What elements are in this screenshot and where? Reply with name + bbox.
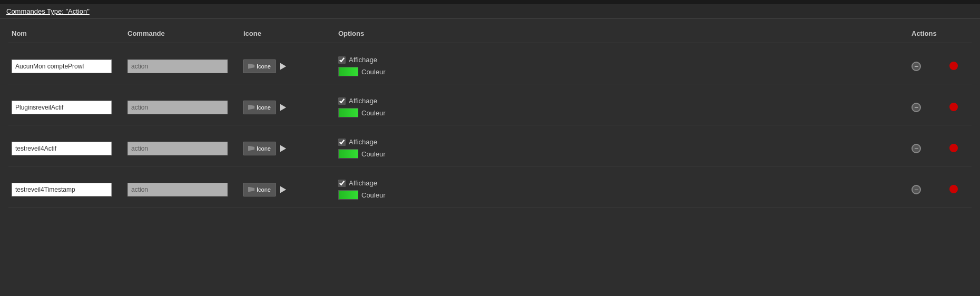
minus-button-2[interactable]: −: [912, 144, 921, 153]
actions-col-2: −: [908, 143, 972, 154]
page-title-bar: Commandes Type: "Action": [0, 4, 980, 19]
affichage-checkbox-3[interactable]: [338, 180, 346, 187]
header-icone: icone: [240, 27, 335, 40]
icon-label-1: Icone: [257, 104, 271, 111]
icon-button-2[interactable]: Icone: [243, 142, 276, 155]
couleur-label-0: Couleur: [361, 68, 386, 76]
affichage-row-1: Affichage: [338, 97, 386, 105]
options-col-1: Affichage Couleur: [335, 96, 908, 119]
color-box-2[interactable]: [338, 149, 358, 159]
header-commande: Commande: [124, 27, 240, 40]
name-input-3[interactable]: [12, 183, 112, 196]
color-box-0[interactable]: [338, 67, 358, 76]
command-input-3[interactable]: [128, 183, 228, 196]
delete-button-1[interactable]: [949, 103, 958, 111]
icon-col-2: Icone: [240, 141, 335, 156]
icon-label-3: Icone: [257, 186, 271, 193]
actions-col-3: −: [908, 184, 972, 195]
affichage-label-0: Affichage: [349, 56, 377, 64]
nom-col-0: [8, 58, 124, 74]
actions-col-0: −: [908, 61, 972, 72]
icon-button-3[interactable]: Icone: [243, 183, 276, 196]
affichage-checkbox-2[interactable]: [338, 139, 346, 146]
nom-col-3: [8, 182, 124, 198]
options-col-3: Affichage Couleur: [335, 178, 908, 201]
nom-col-1: [8, 100, 124, 115]
actions-wrapper-1: −: [912, 103, 968, 112]
delete-button-2[interactable]: [949, 144, 958, 152]
couleur-label-1: Couleur: [361, 109, 386, 117]
delete-button-0[interactable]: [949, 62, 958, 70]
name-input-0[interactable]: [12, 60, 112, 73]
icon-col-3: Icone: [240, 182, 335, 198]
flag-icon-3: [248, 187, 254, 192]
page-title-link[interactable]: Commandes Type: "Action": [6, 7, 90, 15]
table-row: Icone Affichage Couleur: [8, 48, 972, 84]
icon-area-3: Icone: [243, 183, 286, 196]
minus-button-0[interactable]: −: [912, 62, 921, 71]
flag-icon-0: [248, 64, 254, 69]
couleur-row-0: Couleur: [338, 67, 386, 76]
icon-col-1: Icone: [240, 100, 335, 115]
couleur-row-3: Couleur: [338, 190, 386, 200]
icon-area-0: Icone: [243, 60, 286, 73]
affichage-row-3: Affichage: [338, 179, 386, 187]
header-options: Options: [335, 27, 908, 40]
minus-button-1[interactable]: −: [912, 103, 921, 112]
couleur-row-2: Couleur: [338, 149, 386, 159]
play-icon-0[interactable]: [280, 63, 286, 70]
icon-label-2: Icone: [257, 145, 271, 152]
icon-button-0[interactable]: Icone: [243, 60, 276, 73]
command-input-2[interactable]: [128, 142, 228, 155]
couleur-label-3: Couleur: [361, 191, 386, 199]
command-input-1[interactable]: [128, 101, 228, 114]
command-col-2: [124, 141, 240, 156]
flag-icon-1: [248, 105, 254, 110]
play-icon-3[interactable]: [280, 186, 286, 193]
command-col-0: [124, 58, 240, 74]
affichage-row-0: Affichage: [338, 56, 386, 64]
couleur-label-2: Couleur: [361, 150, 386, 158]
command-input-0[interactable]: [128, 60, 228, 73]
top-bar: [0, 0, 980, 4]
affichage-label-3: Affichage: [349, 179, 377, 187]
command-col-3: [124, 182, 240, 198]
affichage-row-2: Affichage: [338, 138, 386, 146]
couleur-row-1: Couleur: [338, 108, 386, 117]
icon-area-1: Icone: [243, 101, 286, 114]
flag-icon-2: [248, 146, 254, 151]
affichage-checkbox-1[interactable]: [338, 97, 346, 105]
play-icon-1[interactable]: [280, 104, 286, 111]
table-row: Icone Affichage Couleur: [8, 131, 972, 166]
icon-area-2: Icone: [243, 142, 286, 155]
options-col-0: Affichage Couleur: [335, 55, 908, 77]
name-input-2[interactable]: [12, 142, 112, 155]
color-box-3[interactable]: [338, 190, 358, 200]
delete-button-3[interactable]: [949, 185, 958, 193]
actions-wrapper-0: −: [912, 62, 968, 71]
actions-wrapper-3: −: [912, 185, 968, 194]
affichage-checkbox-0[interactable]: [338, 56, 346, 64]
table-row: Icone Affichage Couleur: [8, 90, 972, 125]
header-actions: Actions: [908, 27, 972, 40]
table-header: Nom Commande icone Options Actions: [8, 24, 972, 43]
affichage-label-2: Affichage: [349, 138, 377, 146]
content-area: Nom Commande icone Options Actions Icone: [0, 19, 980, 218]
header-nom: Nom: [8, 27, 124, 40]
table-row: Icone Affichage Couleur: [8, 172, 972, 208]
icon-col-0: Icone: [240, 58, 335, 74]
actions-col-1: −: [908, 102, 972, 113]
play-icon-2[interactable]: [280, 145, 286, 152]
color-box-1[interactable]: [338, 108, 358, 117]
minus-button-3[interactable]: −: [912, 185, 921, 194]
options-col-2: Affichage Couleur: [335, 137, 908, 160]
icon-button-1[interactable]: Icone: [243, 101, 276, 114]
icon-label-0: Icone: [257, 63, 271, 70]
name-input-1[interactable]: [12, 101, 112, 114]
nom-col-2: [8, 141, 124, 156]
command-col-1: [124, 100, 240, 115]
actions-wrapper-2: −: [912, 144, 968, 153]
affichage-label-1: Affichage: [349, 97, 377, 105]
rows-container: Icone Affichage Couleur: [8, 48, 972, 208]
